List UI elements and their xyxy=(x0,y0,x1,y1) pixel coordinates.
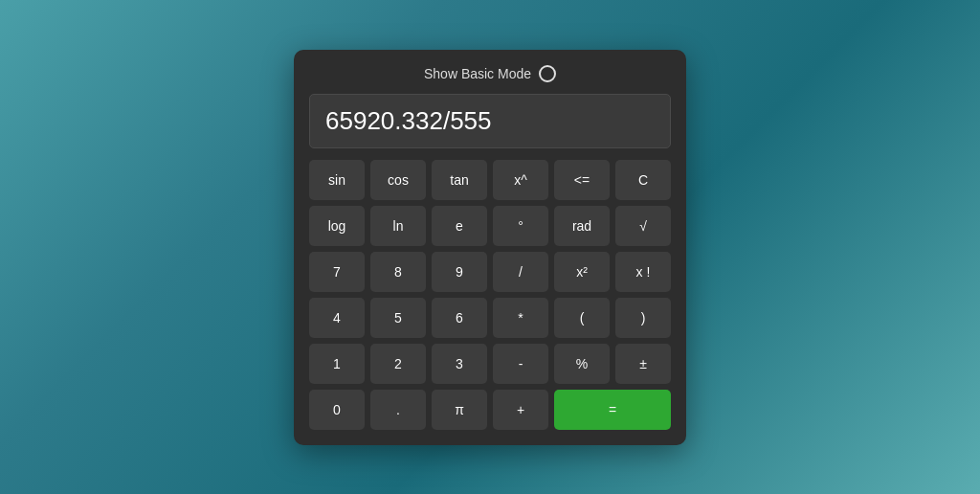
pi-button[interactable]: π xyxy=(432,390,487,430)
seven-button[interactable]: 7 xyxy=(309,252,365,292)
sin-button[interactable]: sin xyxy=(309,160,365,200)
display-value: 65920.332/555 xyxy=(325,106,492,136)
calculator-header: Show Basic Mode xyxy=(309,65,671,82)
circle-icon[interactable] xyxy=(539,65,556,82)
divide-button[interactable]: / xyxy=(493,252,548,292)
three-button[interactable]: 3 xyxy=(432,344,487,384)
tan-button[interactable]: tan xyxy=(432,160,487,200)
zero-button[interactable]: 0 xyxy=(309,390,365,430)
ln-button[interactable]: ln xyxy=(370,206,426,246)
close-paren-button[interactable]: ) xyxy=(615,298,671,338)
six-button[interactable]: 6 xyxy=(432,298,487,338)
power-button[interactable]: x^ xyxy=(493,160,548,200)
equals-button[interactable]: = xyxy=(554,390,671,430)
factorial-button[interactable]: x ! xyxy=(615,252,671,292)
log-button[interactable]: log xyxy=(309,206,365,246)
square-button[interactable]: x² xyxy=(554,252,610,292)
mode-label[interactable]: Show Basic Mode xyxy=(424,66,531,81)
buttons-grid: sin cos tan x^ <= C log ln e ° rad √ 7 8… xyxy=(309,160,671,430)
backspace-button[interactable]: <= xyxy=(554,160,610,200)
multiply-button[interactable]: * xyxy=(493,298,548,338)
four-button[interactable]: 4 xyxy=(309,298,365,338)
one-button[interactable]: 1 xyxy=(309,344,365,384)
rad-button[interactable]: rad xyxy=(554,206,610,246)
two-button[interactable]: 2 xyxy=(370,344,426,384)
five-button[interactable]: 5 xyxy=(370,298,426,338)
plusminus-button[interactable]: ± xyxy=(615,344,671,384)
open-paren-button[interactable]: ( xyxy=(554,298,610,338)
nine-button[interactable]: 9 xyxy=(432,252,487,292)
subtract-button[interactable]: - xyxy=(493,344,548,384)
euler-button[interactable]: e xyxy=(432,206,487,246)
calculator: Show Basic Mode 65920.332/555 sin cos ta… xyxy=(294,50,686,445)
degree-button[interactable]: ° xyxy=(493,206,548,246)
sqrt-button[interactable]: √ xyxy=(615,206,671,246)
clear-button[interactable]: C xyxy=(615,160,671,200)
decimal-button[interactable]: . xyxy=(370,390,426,430)
display: 65920.332/555 xyxy=(309,94,671,148)
cos-button[interactable]: cos xyxy=(370,160,426,200)
percent-button[interactable]: % xyxy=(554,344,610,384)
add-button[interactable]: + xyxy=(493,390,548,430)
eight-button[interactable]: 8 xyxy=(370,252,426,292)
